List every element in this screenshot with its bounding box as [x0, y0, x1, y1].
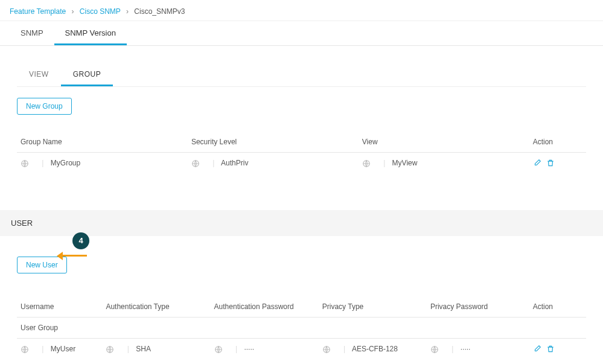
- breadcrumb: Feature Template › Cisco SNMP › Cisco_SN…: [0, 0, 603, 21]
- chevron-right-icon: ›: [72, 7, 74, 16]
- cell-privacy-type: AES-CFB-128: [352, 345, 398, 353]
- user-table: Username Authentication Type Authenticat…: [17, 296, 586, 364]
- globe-icon: [362, 159, 371, 168]
- col-view: View: [359, 132, 529, 153]
- cell-group-name: MyGroup: [51, 159, 80, 167]
- primary-tabs: SNMP SNMP Version: [0, 21, 603, 46]
- breadcrumb-feature-template[interactable]: Feature Template: [10, 7, 66, 16]
- globe-icon: [430, 345, 439, 354]
- col-privacy-type: Privacy Type: [319, 296, 427, 318]
- globe-icon: [214, 345, 223, 354]
- cell-auth-password: ·····: [244, 345, 254, 353]
- subtab-group[interactable]: GROUP: [61, 64, 113, 86]
- globe-icon: [322, 345, 331, 354]
- section-user-header: USER: [0, 210, 603, 236]
- edit-icon[interactable]: [533, 345, 541, 353]
- col-action: Action: [529, 132, 586, 153]
- step-badge: 4: [72, 232, 89, 249]
- breadcrumb-current: Cisco_SNMPv3: [134, 7, 185, 16]
- col-action: Action: [529, 296, 586, 318]
- cell-view: MyView: [392, 159, 418, 167]
- edit-icon[interactable]: [533, 159, 541, 167]
- breadcrumb-cisco-snmp[interactable]: Cisco SNMP: [80, 7, 121, 16]
- chevron-right-icon: ›: [126, 7, 129, 16]
- cell-security-level: AuthPriv: [221, 159, 248, 167]
- delete-icon[interactable]: [546, 345, 555, 353]
- tab-snmp[interactable]: SNMP: [10, 21, 54, 45]
- new-group-button[interactable]: New Group: [17, 98, 72, 115]
- col-user-group: User Group: [17, 317, 586, 338]
- arrow-left-icon: [60, 252, 94, 260]
- col-group-name: Group Name: [17, 132, 188, 153]
- subtab-view[interactable]: VIEW: [17, 64, 61, 86]
- cell-auth-type: SHA: [136, 345, 151, 353]
- cell-username: MyUser: [51, 345, 75, 353]
- sub-tabs: VIEW GROUP: [17, 64, 586, 87]
- col-username: Username: [17, 296, 102, 318]
- globe-icon: [21, 345, 29, 354]
- globe-icon: [191, 159, 200, 168]
- col-auth-type: Authentication Type: [102, 296, 210, 318]
- group-table: Group Name Security Level View Action | …: [17, 132, 586, 174]
- table-row: | MyGroup: [17, 360, 586, 364]
- globe-icon: [21, 159, 29, 168]
- globe-icon: [106, 345, 114, 354]
- delete-icon[interactable]: [546, 159, 555, 167]
- col-auth-password: Authentication Password: [211, 296, 319, 318]
- col-security-level: Security Level: [188, 132, 359, 153]
- cell-privacy-password: ·····: [461, 345, 471, 353]
- table-row: | MyGroup | AuthPriv | MyView: [17, 153, 586, 174]
- table-row: | MyUser | SHA | ·····: [17, 338, 586, 359]
- tab-snmp-version[interactable]: SNMP Version: [54, 21, 127, 45]
- col-privacy-password: Privacy Password: [427, 296, 529, 318]
